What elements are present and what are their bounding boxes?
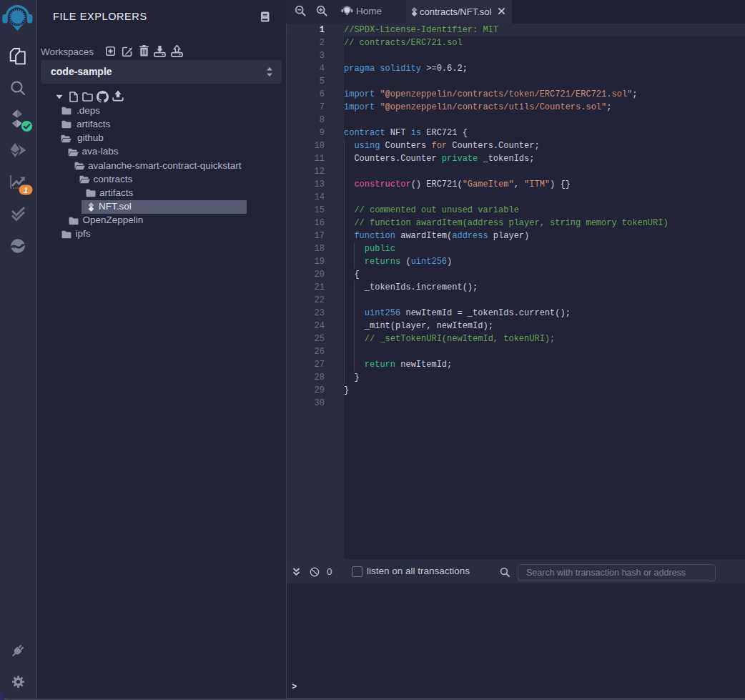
- svg-text:1: 1: [24, 187, 28, 194]
